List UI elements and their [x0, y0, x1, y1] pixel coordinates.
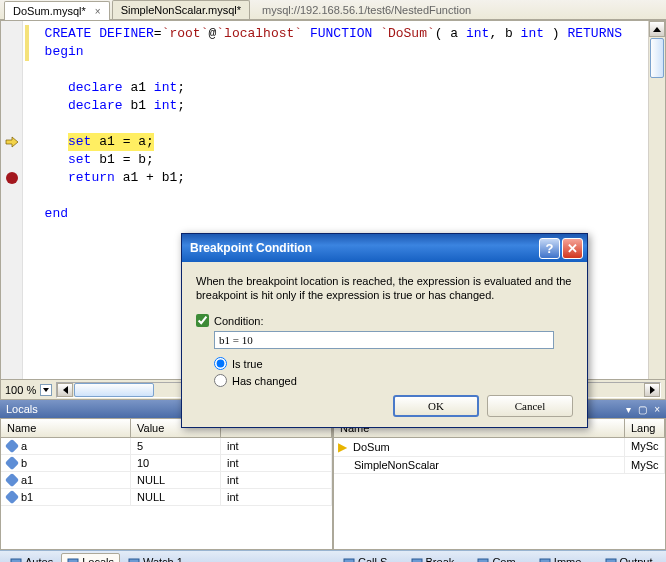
status-right-tabs: Call S...Break...Com...Imme...Output — [333, 553, 666, 563]
variable-icon — [5, 490, 19, 504]
status-tab[interactable]: Com... — [471, 553, 530, 563]
condition-label: Condition: — [214, 315, 264, 327]
radio-has-changed-row[interactable]: Has changed — [214, 374, 573, 387]
frame-lang: MySc — [625, 438, 665, 456]
tab-icon — [539, 556, 551, 563]
cancel-button[interactable]: Cancel — [487, 395, 573, 417]
help-button[interactable]: ? — [539, 238, 560, 259]
tab-icon — [128, 556, 140, 563]
var-name: a1 — [21, 474, 33, 486]
ok-button[interactable]: OK — [393, 395, 479, 417]
table-row[interactable]: b1NULLint — [1, 489, 332, 506]
var-type: int — [221, 472, 332, 488]
tab-dosum[interactable]: DoSum.mysql* × — [4, 1, 110, 20]
variable-icon — [5, 473, 19, 487]
var-name: b — [21, 457, 27, 469]
table-row[interactable]: b10int — [1, 455, 332, 472]
close-button[interactable]: ✕ — [562, 238, 583, 259]
status-bar: AutosLocalsWatch 1 Call S...Break...Com.… — [0, 550, 666, 562]
zoom-dropdown[interactable] — [40, 384, 52, 396]
status-tab[interactable]: Watch 1 — [122, 553, 189, 563]
locals-rows: a5intb10inta1NULLintb1NULLint — [1, 438, 332, 549]
status-tab[interactable]: Break... — [405, 553, 470, 563]
breakpoint-icon[interactable] — [6, 172, 18, 184]
status-tab[interactable]: Output — [599, 553, 659, 563]
tab-label: Break... — [426, 556, 464, 563]
scroll-up-button[interactable] — [649, 21, 665, 37]
status-tab[interactable]: Call S... — [337, 553, 403, 563]
code-text[interactable]: CREATE DEFINER=`root`@`localhost` FUNCTI… — [1, 21, 665, 227]
dialog-body: When the breakpoint location is reached,… — [182, 262, 587, 427]
var-name: b1 — [21, 491, 33, 503]
pin-icon[interactable]: ▢ — [638, 404, 647, 415]
svg-rect-3 — [344, 559, 354, 563]
tab-label: SimpleNonScalar.mysql* — [121, 4, 241, 16]
condition-input[interactable] — [214, 331, 554, 349]
scroll-left-button[interactable] — [57, 383, 73, 397]
tab-label: Watch 1 — [143, 556, 183, 563]
tab-icon — [605, 556, 617, 563]
stack-rows: ▶DoSumMyScSimpleNonScalarMySc — [334, 438, 665, 549]
gutter[interactable] — [1, 21, 23, 379]
tab-icon — [343, 556, 355, 563]
var-value: 10 — [131, 455, 221, 471]
scroll-thumb[interactable] — [650, 38, 664, 78]
scroll-right-button[interactable] — [644, 383, 660, 397]
tab-simplenonscalar[interactable]: SimpleNonScalar.mysql* — [112, 0, 250, 19]
panel-controls: ▾ ▢ × — [622, 403, 660, 415]
status-tab[interactable]: Locals — [61, 553, 120, 563]
svg-rect-4 — [412, 559, 422, 563]
svg-rect-2 — [129, 559, 139, 563]
tab-icon — [477, 556, 489, 563]
condition-checkbox[interactable] — [196, 314, 209, 327]
tab-label: Autos — [25, 556, 53, 563]
status-left-tabs: AutosLocalsWatch 1 — [0, 553, 333, 563]
tab-icon — [10, 556, 22, 563]
tab-label: DoSum.mysql* — [13, 5, 86, 17]
tab-icon — [67, 556, 79, 563]
close-icon[interactable]: × — [95, 6, 101, 17]
table-row[interactable]: a1NULLint — [1, 472, 332, 489]
status-tab[interactable]: Autos — [4, 553, 59, 563]
dialog-title: Breakpoint Condition — [190, 241, 537, 255]
locals-panel: Name Value a5intb10inta1NULLintb1NULLint — [0, 418, 333, 550]
variable-icon — [5, 456, 19, 470]
dialog-description: When the breakpoint location is reached,… — [196, 274, 573, 302]
radio-label: Is true — [232, 358, 263, 370]
var-name: a — [21, 440, 27, 452]
bottom-panels: Name Value a5intb10inta1NULLintb1NULLint… — [0, 418, 666, 550]
svg-rect-5 — [478, 559, 488, 563]
dropdown-icon[interactable]: ▾ — [626, 404, 631, 415]
radio-is-true[interactable] — [214, 357, 227, 370]
scroll-thumb[interactable] — [74, 383, 154, 397]
svg-rect-7 — [606, 559, 616, 563]
tab-icon — [411, 556, 423, 563]
radio-is-true-row[interactable]: Is true — [214, 357, 573, 370]
document-tabs: DoSum.mysql* × SimpleNonScalar.mysql* my… — [0, 0, 666, 20]
current-line-arrow-icon — [5, 135, 19, 149]
condition-checkbox-row[interactable]: Condition: — [196, 314, 573, 327]
tab-label: Imme... — [554, 556, 591, 563]
bookmark-marker — [25, 25, 29, 61]
table-row[interactable]: a5int — [1, 438, 332, 455]
var-type: int — [221, 455, 332, 471]
svg-rect-0 — [11, 559, 21, 563]
table-row[interactable]: SimpleNonScalarMySc — [334, 457, 665, 474]
callstack-panel: Name Lang ▶DoSumMyScSimpleNonScalarMySc — [333, 418, 666, 550]
radio-has-changed[interactable] — [214, 374, 227, 387]
dialog-titlebar[interactable]: Breakpoint Condition ? ✕ — [182, 234, 587, 262]
col-lang[interactable]: Lang — [625, 419, 665, 437]
tab-label: Output — [620, 556, 653, 563]
frame-name: SimpleNonScalar — [354, 459, 439, 471]
radio-label: Has changed — [232, 375, 297, 387]
tab-label: Locals — [82, 556, 114, 563]
table-row[interactable]: ▶DoSumMySc — [334, 438, 665, 457]
status-tab[interactable]: Imme... — [533, 553, 597, 563]
variable-icon — [5, 439, 19, 453]
close-icon[interactable]: × — [654, 404, 660, 415]
col-name[interactable]: Name — [1, 419, 131, 437]
condition-radios: Is true Has changed — [214, 357, 573, 387]
current-frame-arrow-icon: ▶ — [338, 440, 347, 454]
frame-name: DoSum — [353, 441, 390, 453]
vertical-scrollbar[interactable] — [648, 21, 665, 379]
